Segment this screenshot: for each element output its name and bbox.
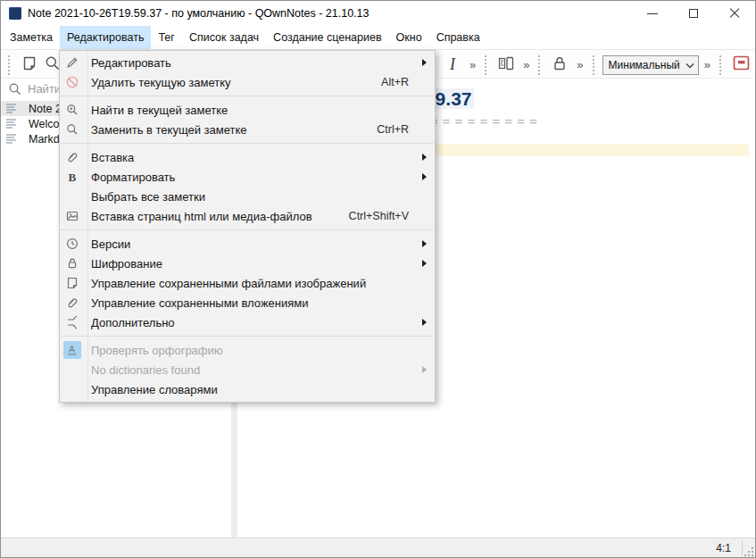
- menu-item[interactable]: Вставка: [60, 147, 435, 167]
- menu-item[interactable]: Дополнительно: [60, 312, 435, 332]
- menu-item: No dictionaries found: [60, 360, 435, 379]
- submenu-arrow-placeholder: [418, 190, 430, 203]
- toolbar-overflow-button[interactable]: »: [518, 58, 535, 71]
- note-lines-icon: [5, 133, 23, 145]
- qownnotes-window: Note 2021-10-26T19.59.37 - по умолчанию …: [0, 0, 756, 558]
- menu-item[interactable]: Управление словарями: [60, 379, 435, 399]
- menu-separator: [61, 96, 434, 96]
- menu-item-no-icon: [63, 380, 81, 398]
- statusbar: 4:1: [1, 537, 755, 557]
- menu-item-label: Удалить текущую заметку: [91, 76, 381, 89]
- note-lines-icon: [5, 103, 23, 114]
- menu-item-shortcut: Alt+R: [381, 76, 409, 88]
- submenu-arrow-icon: [418, 56, 430, 69]
- submenu-arrow-icon: [418, 151, 430, 163]
- menu-item[interactable]: Заменить в текущей заметкеCtrl+R: [60, 120, 435, 139]
- menu-item-label: Управление словарями: [91, 383, 409, 396]
- menu-item-shortcut: Ctrl+Shift+V: [349, 210, 409, 222]
- submenu-arrow-icon: [418, 257, 430, 270]
- menu-separator: [61, 229, 434, 230]
- clock-icon: [63, 235, 81, 253]
- menu-item-label: Редактировать: [91, 56, 409, 70]
- search-icon: [63, 121, 81, 138]
- menu-item[interactable]: Версии: [60, 234, 435, 254]
- toolbar-drag-handle[interactable]: [485, 55, 490, 75]
- toolbar-drag-handle[interactable]: [719, 55, 725, 75]
- submenu-arrow-placeholder: [418, 123, 430, 136]
- menu-item-label: Форматировать: [91, 171, 409, 184]
- submenu-arrow-placeholder: [418, 76, 430, 88]
- close-icon: [729, 8, 740, 19]
- menu-item[interactable]: Редактировать: [60, 53, 435, 72]
- toolbar-drag-handle[interactable]: [8, 55, 13, 75]
- app-icon: [9, 7, 21, 20]
- paperclip-icon: [63, 148, 81, 166]
- menu-item[interactable]: Удалить текущую заметкуAlt+R: [60, 72, 435, 92]
- menu-item[interactable]: Шифрование: [60, 254, 435, 273]
- note-list-item-label: Note 2: [29, 103, 62, 115]
- menu-item-no-icon: [63, 187, 81, 205]
- submenu-arrow-icon: [418, 237, 430, 250]
- file-icon: [63, 274, 81, 292]
- menu-item[interactable]: Управление сохраненными вложениями: [60, 293, 435, 312]
- submenu-arrow-placeholder: [418, 344, 430, 356]
- pencil-icon: [63, 54, 81, 71]
- menu-item-label: Проверять орфографию: [91, 344, 409, 357]
- menu-item[interactable]: Выбрать все заметки: [60, 187, 435, 206]
- paperclip-icon: [63, 294, 81, 312]
- menubar-item-список задач[interactable]: Список задач: [182, 26, 266, 49]
- menubar-item-справка[interactable]: Справка: [429, 26, 487, 49]
- titlebar[interactable]: Note 2021-10-26T19.59.37 - по умолчанию …: [1, 1, 755, 26]
- branch-icon: [63, 313, 81, 331]
- menubar-item-окно[interactable]: Окно: [389, 26, 429, 49]
- menubar-item-заметка[interactable]: Заметка: [3, 26, 60, 49]
- resize-grip[interactable]: [743, 538, 755, 558]
- menu-separator: [61, 336, 434, 337]
- menu-item-shortcut: Ctrl+R: [377, 123, 409, 136]
- note-window-icon: [732, 54, 751, 76]
- search-plus-icon: [63, 101, 81, 119]
- panel-layout-button[interactable]: [494, 54, 518, 77]
- menubar-item-редактировать[interactable]: Редактировать: [60, 26, 151, 49]
- svg-text:B: B: [69, 171, 77, 184]
- toolbar-drag-handle[interactable]: [593, 55, 598, 75]
- new-note-button[interactable]: [18, 54, 41, 77]
- submenu-arrow-icon: [418, 363, 430, 376]
- toolbar-drag-handle[interactable]: [538, 55, 544, 75]
- minimize-icon: [647, 13, 658, 14]
- menu-item[interactable]: Управление сохраненными файлами изображе…: [60, 273, 435, 293]
- menu-separator: [61, 143, 434, 144]
- encryption-button[interactable]: [548, 54, 571, 77]
- menu-item-label: Выбрать все заметки: [91, 190, 409, 204]
- submenu-arrow-placeholder: [418, 277, 430, 289]
- submenu-arrow-placeholder: [418, 210, 430, 222]
- toolbar-overflow-button[interactable]: »: [571, 58, 588, 71]
- edit-menu-popup: РедактироватьУдалить текущую заметкуAlt+…: [59, 50, 436, 403]
- menu-item-label: Дополнительно: [91, 316, 409, 329]
- toolbar-overflow-button[interactable]: »: [464, 58, 481, 71]
- italic-button[interactable]: I: [441, 54, 464, 77]
- menubar-item-создание сценариев[interactable]: Создание сценариев: [266, 26, 388, 49]
- menu-item[interactable]: Вставка страниц html или медиа-файловCtr…: [60, 206, 435, 226]
- submenu-arrow-icon: [418, 316, 430, 329]
- menu-item: AПроверять орфографию: [60, 340, 435, 360]
- note-window-button[interactable]: [729, 54, 752, 77]
- minimize-button[interactable]: [632, 1, 673, 26]
- menubar-item-тег[interactable]: Тег: [151, 26, 181, 49]
- submenu-arrow-placeholder: [418, 296, 430, 309]
- workspace-combobox[interactable]: Минимальный: [602, 55, 699, 75]
- toolbar-overflow-button[interactable]: »: [699, 58, 716, 71]
- menu-item-label: Вставка: [91, 151, 409, 164]
- bold-icon: B: [63, 168, 81, 186]
- menu-item-label: Найти в текущей заметке: [91, 104, 409, 117]
- workspace-combobox-value: Минимальный: [609, 59, 680, 71]
- menu-item[interactable]: BФорматировать: [60, 167, 435, 187]
- maximize-icon: [689, 9, 698, 18]
- menu-item[interactable]: Найти в текущей заметке: [60, 100, 435, 120]
- menu-item-label: Управление сохраненными файлами изображе…: [91, 277, 409, 290]
- lock-icon: [63, 254, 81, 272]
- menubar: ЗаметкаРедактироватьТегСписок задачСозда…: [1, 26, 755, 50]
- close-button[interactable]: [714, 1, 755, 26]
- maximize-button[interactable]: [673, 1, 714, 26]
- menu-item-no-icon: [63, 361, 81, 379]
